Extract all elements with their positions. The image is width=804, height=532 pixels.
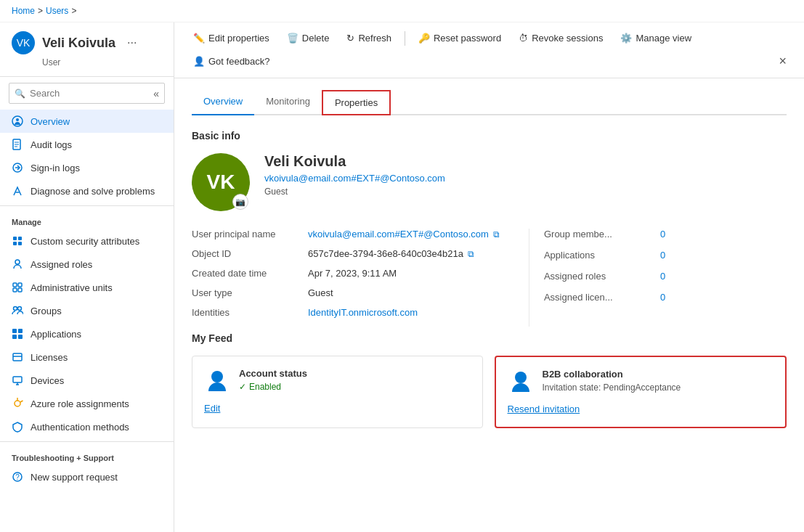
sidebar-item-audit-logs[interactable]: Audit logs (0, 133, 174, 156)
breadcrumb-users[interactable]: Users (46, 6, 68, 16)
camera-icon[interactable]: 📷 (232, 194, 248, 210)
stat-assigned-roles: Assigned roles 0 (544, 271, 787, 282)
refresh-icon: ↻ (346, 33, 354, 44)
azure-roles-icon (12, 398, 23, 409)
tabs: Overview Monitoring Properties (192, 90, 787, 115)
collapse-icon[interactable]: « (153, 88, 159, 99)
identities-value: IdentityIT.onmicrosoft.com (308, 307, 418, 318)
sidebar-applications-label: Applications (31, 329, 81, 340)
sidebar-user-type: User (42, 57, 162, 67)
sidebar-audit-logs-label: Audit logs (31, 139, 72, 150)
assigned-roles-icon (12, 258, 23, 270)
sidebar-item-sign-in-logs[interactable]: Sign-in logs (0, 156, 174, 179)
reset-password-button[interactable]: 🔑 Reset password (411, 28, 508, 48)
diagnose-icon (12, 185, 23, 197)
b2b-card: B2B collaboration Invitation state: Pend… (495, 356, 787, 428)
sidebar-licenses-label: Licenses (31, 352, 68, 363)
svg-point-13 (15, 260, 20, 264)
sidebar-item-devices[interactable]: Devices (0, 369, 174, 392)
upn-value: vkoivula@email.com#EXT#@Contoso.com ⧉ (308, 229, 500, 240)
svg-rect-22 (12, 335, 17, 339)
close-button[interactable]: × (773, 51, 792, 72)
edit-icon: ✏️ (193, 33, 205, 44)
prop-upn: User principal name vkoivula@email.com#E… (192, 229, 500, 240)
licenses-icon (12, 351, 23, 363)
group-members-label: Group membe... (544, 229, 660, 240)
admin-units-icon (12, 282, 23, 293)
copy-upn-icon[interactable]: ⧉ (493, 229, 500, 240)
b2b-header: B2B collaboration Invitation state: Pend… (508, 369, 774, 395)
content-area: Overview Monitoring Properties Basic inf… (174, 78, 804, 532)
upn-label: User principal name (192, 229, 308, 240)
user-info-text: Veli Koivula vkoivula@email.com#EXT#@Con… (264, 153, 445, 197)
ellipsis-button[interactable]: ··· (123, 35, 141, 51)
sidebar-item-groups[interactable]: Groups (0, 299, 174, 322)
sidebar-item-admin-units[interactable]: Administrative units (0, 276, 174, 299)
sidebar-user-name: Veli Koivula (42, 36, 115, 51)
user-profile: VK 📷 Veli Koivula vkoivula@email.com#EXT… (192, 153, 787, 211)
account-status-title: Account status (239, 368, 307, 379)
manage-view-button[interactable]: ⚙️ Manage view (613, 28, 699, 48)
svg-point-34 (211, 371, 223, 382)
sidebar-item-assigned-roles[interactable]: Assigned roles (0, 253, 174, 276)
clock-icon: ⏱ (519, 33, 528, 44)
user-type-value: Guest (308, 287, 333, 298)
sidebar-item-licenses[interactable]: Licenses (0, 345, 174, 369)
revoke-sessions-button[interactable]: ⏱ Revoke sessions (511, 28, 610, 48)
check-icon: ✓ (239, 382, 246, 392)
sidebar-assigned-roles-label: Assigned roles (31, 259, 92, 270)
b2b-avatar (508, 369, 534, 395)
b2b-subtitle: Invitation state: PendingAcceptance (543, 382, 681, 393)
edit-properties-button[interactable]: ✏️ Edit properties (186, 28, 277, 48)
tab-monitoring[interactable]: Monitoring (254, 90, 322, 115)
upn-link[interactable]: vkoivula@email.com#EXT#@Contoso.com (308, 229, 489, 240)
account-status-card: Account status ✓ Enabled Edit (192, 356, 483, 428)
auth-methods-icon (12, 421, 23, 433)
search-icon: 🔍 (15, 89, 25, 99)
gear-icon: ⚙️ (620, 33, 632, 44)
sidebar-item-overview[interactable]: Overview (0, 110, 174, 133)
identities-link[interactable]: IdentityIT.onmicrosoft.com (308, 307, 418, 318)
svg-point-35 (515, 372, 527, 383)
svg-rect-11 (13, 242, 17, 245)
tab-overview[interactable]: Overview (192, 90, 254, 115)
svg-point-19 (18, 307, 22, 311)
sidebar-sign-in-label: Sign-in logs (31, 163, 80, 173)
svg-point-29 (15, 401, 20, 406)
devices-icon (12, 375, 23, 386)
sidebar-item-auth-methods[interactable]: Authentication methods (0, 415, 174, 438)
object-id-value: 657c7dee-3794-36e8-640c03e4b21a ⧉ (308, 248, 474, 259)
resend-invitation-link[interactable]: Resend invitation (508, 404, 580, 414)
search-input[interactable] (9, 83, 165, 104)
props-right: Group membe... 0 Applications 0 Assigned… (529, 229, 787, 327)
overview-icon (12, 115, 23, 127)
group-members-value[interactable]: 0 (660, 229, 665, 240)
assigned-roles-stat-value[interactable]: 0 (660, 271, 665, 282)
sidebar-groups-label: Groups (31, 306, 62, 316)
feedback-button[interactable]: 👤 Got feedback? (186, 52, 277, 71)
nav-divider-2 (0, 441, 174, 442)
account-status-edit-link[interactable]: Edit (204, 403, 220, 414)
sidebar-custom-security-label: Custom security attributes (31, 236, 139, 247)
delete-icon: 🗑️ (287, 33, 299, 44)
sidebar-item-custom-security[interactable]: Custom security attributes (0, 229, 174, 253)
avatar-container: VK 📷 (192, 153, 250, 211)
tab-properties[interactable]: Properties (322, 90, 391, 115)
applications-stat-value[interactable]: 0 (660, 250, 665, 261)
toolbar: ✏️ Edit properties 🗑️ Delete ↻ Refresh 🔑… (174, 22, 804, 78)
b2b-text: B2B collaboration Invitation state: Pend… (543, 369, 681, 393)
identities-label: Identities (192, 307, 308, 318)
assigned-licenses-value[interactable]: 0 (660, 292, 665, 303)
svg-line-31 (20, 401, 23, 402)
breadcrumb-home[interactable]: Home (12, 6, 35, 16)
sidebar-item-azure-roles[interactable]: Azure role assignments (0, 392, 174, 415)
applications-icon (12, 328, 23, 340)
refresh-button[interactable]: ↻ Refresh (339, 28, 399, 48)
sidebar-item-applications[interactable]: Applications (0, 322, 174, 345)
account-status-avatar (204, 368, 230, 394)
sidebar-item-diagnose[interactable]: Diagnose and solve problems (0, 179, 174, 202)
copy-object-id-icon[interactable]: ⧉ (468, 249, 474, 259)
delete-button[interactable]: 🗑️ Delete (280, 28, 337, 48)
svg-rect-14 (13, 283, 17, 287)
sidebar-item-support-request[interactable]: ? New support request (0, 465, 174, 488)
